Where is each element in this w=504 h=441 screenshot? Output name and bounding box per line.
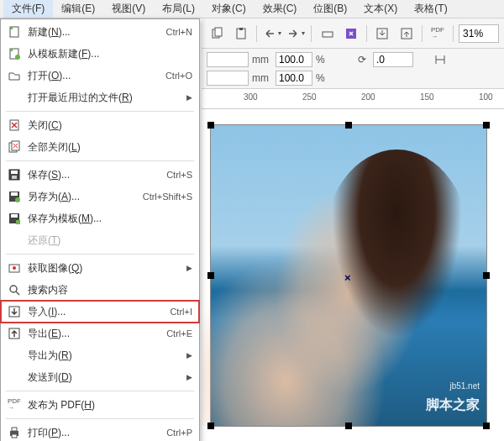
separator [422,25,423,42]
selection-handle[interactable] [483,423,490,429]
selection-handle[interactable] [207,122,214,129]
menu-item-18[interactable]: 发送到(D)▶ [1,366,199,388]
unit-label: mm [252,54,272,66]
selected-bitmap[interactable]: × jb51.net 脚本之家 [210,124,487,427]
blank-icon [6,90,23,105]
menu-object[interactable]: 对象(C) [203,0,255,18]
svg-point-26 [13,266,16,270]
menu-item-shortcut: Ctrl+I [170,307,192,317]
close-icon [6,118,23,133]
menu-item-0[interactable]: 新建(N)...Ctrl+N [1,21,199,43]
menu-item-label: 还原(T) [28,234,192,248]
save-icon [6,167,23,182]
menu-item-8[interactable]: 保存(S)...Ctrl+S [1,164,199,186]
menu-item-20[interactable]: PDF→发布为 PDF(H) [1,394,199,416]
ruler-tick: 200 [361,92,375,102]
menu-item-shortcut: Ctrl+P [166,428,192,438]
menu-item-22[interactable]: 打印(P)...Ctrl+P [1,422,199,441]
selection-handle[interactable] [207,272,214,279]
zoom-input[interactable] [459,24,499,43]
height-input[interactable] [207,71,249,86]
selection-handle[interactable] [345,423,352,429]
selection-handle[interactable] [483,272,490,279]
paste-button[interactable] [230,23,250,45]
separator [453,25,454,42]
menu-item-label: 搜索内容 [28,283,192,297]
import-button[interactable] [372,23,392,45]
ruler-tick: 300 [244,92,258,102]
width-input[interactable] [207,52,249,67]
redo-button[interactable]: ▾ [286,23,306,45]
watermark-text: 脚本之家 [426,396,480,414]
menu-item-11: 还原(T) [1,229,199,251]
menu-item-label: 导入(I)... [28,305,170,319]
undo-button[interactable]: ▾ [262,23,282,45]
scale-y-input[interactable] [276,71,312,86]
menu-separator [6,160,194,161]
menu-item-label: 导出为(R) [28,349,181,363]
export-button[interactable] [396,23,416,45]
menu-item-label: 发布为 PDF(H) [28,398,192,412]
svg-rect-3 [239,28,243,30]
selection-handle[interactable] [207,423,214,429]
separator [311,25,312,42]
menu-view[interactable]: 视图(V) [103,0,154,18]
menu-item-shortcut: Ctrl+Shift+S [143,192,192,202]
pdf-button[interactable]: PDF→ [428,23,448,45]
menu-item-14[interactable]: 搜索内容 [1,279,199,301]
canvas[interactable]: × jb51.net 脚本之家 [202,109,504,441]
copy-button[interactable] [207,23,227,45]
svg-rect-4 [323,32,333,37]
menu-text[interactable]: 文本(X) [355,0,406,18]
menu-separator [6,111,194,112]
menu-item-6[interactable]: 全部关闭(L) [1,136,199,158]
mirror-h-button[interactable] [432,52,449,67]
svg-rect-32 [12,434,17,438]
close-all-icon [6,139,23,155]
svg-rect-17 [11,171,18,174]
save-template-icon [6,211,23,226]
menu-item-17[interactable]: 导出为(R)▶ [1,344,199,366]
menu-edit[interactable]: 编辑(E) [53,0,103,18]
menu-item-2[interactable]: 打开(O)...Ctrl+O [1,65,199,87]
menu-effect[interactable]: 效果(C) [255,0,306,18]
ruler-tick: 100 [479,92,493,102]
center-marker: × [344,271,351,284]
menu-item-label: 另存为(A)... [28,190,143,204]
svg-point-12 [15,55,20,60]
menu-item-5[interactable]: 关闭(C) [1,114,199,136]
menu-separator [6,391,194,391]
svg-rect-18 [12,176,17,179]
menu-file[interactable]: 文件(F) [3,0,53,18]
selection-handle[interactable] [345,122,352,129]
tool-btn-2[interactable] [341,23,361,45]
menu-bitmap[interactable]: 位图(B) [305,0,355,18]
menu-layout[interactable]: 布局(L) [154,0,203,18]
menubar: 文件(F) 编辑(E) 视图(V) 布局(L) 对象(C) 效果(C) 位图(B… [0,0,504,18]
property-bar: mm % ⟳ mm % [202,49,504,89]
menu-item-label: 保存(S)... [28,168,166,182]
svg-rect-1 [215,28,222,36]
pdf-icon: PDF→ [6,397,23,412]
menu-item-13[interactable]: 获取图像(Q)▶ [1,257,199,279]
submenu-arrow-icon: ▶ [186,93,192,102]
menu-item-shortcut: Ctrl+E [166,328,192,339]
menu-item-label: 新建(N)... [28,25,166,39]
menu-item-1[interactable]: 从模板新建(F)... [1,43,199,65]
menu-item-10[interactable]: 保存为模板(M)... [1,207,199,229]
acquire-icon [6,260,23,276]
menu-item-3[interactable]: 打开最近用过的文件(R)▶ [1,87,199,108]
open-icon [6,68,23,83]
selection-handle[interactable] [483,122,490,129]
rotation-input[interactable] [373,52,413,67]
menu-item-9[interactable]: 另存为(A)...Ctrl+Shift+S [1,186,199,207]
scale-x-input[interactable] [276,52,312,67]
menu-table[interactable]: 表格(T) [406,0,455,18]
file-menu-dropdown: 新建(N)...Ctrl+N从模板新建(F)...打开(O)...Ctrl+O打… [0,18,200,441]
menu-item-label: 从模板新建(F)... [28,47,192,61]
blank-icon [6,348,23,363]
tool-btn-1[interactable] [317,23,337,45]
menu-item-16[interactable]: 导出(E)...Ctrl+E [1,323,199,344]
menu-item-label: 发送到(D) [28,370,181,385]
menu-item-15[interactable]: 导入(I)...Ctrl+I [1,301,199,323]
